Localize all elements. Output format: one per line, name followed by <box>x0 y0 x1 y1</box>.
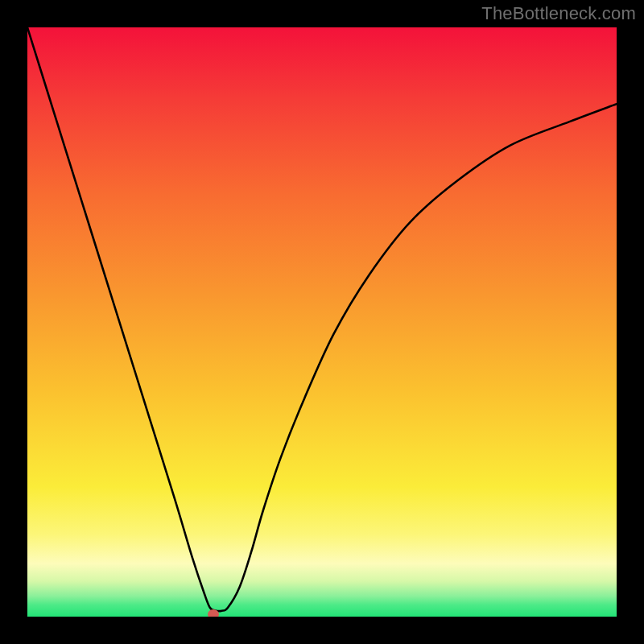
curve-layer <box>27 27 617 617</box>
watermark-text: TheBottleneck.com <box>481 3 636 24</box>
plot-area <box>27 27 617 617</box>
min-point-dot <box>208 609 219 617</box>
bottleneck-curve <box>27 27 617 611</box>
